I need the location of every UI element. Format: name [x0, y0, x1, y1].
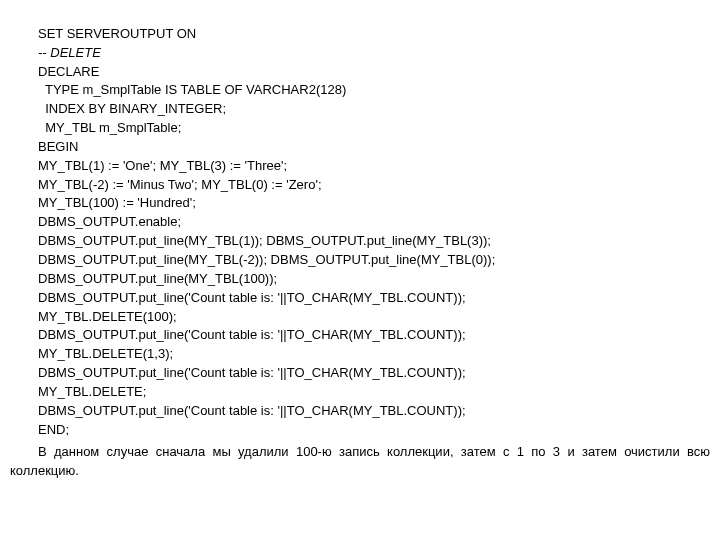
code-line: DBMS_OUTPUT.put_line('Count table is: '|… — [38, 403, 466, 418]
explanation-paragraph: В данном случае сначала мы удалили 100-ю… — [10, 443, 710, 481]
code-line: DECLARE — [38, 64, 99, 79]
code-line: MY_TBL m_SmplTable; — [38, 120, 181, 135]
code-line-comment: -- DELETE — [38, 45, 101, 60]
code-line: TYPE m_SmplTable IS TABLE OF VARCHAR2(12… — [38, 82, 346, 97]
code-line: MY_TBL(-2) := 'Minus Two'; MY_TBL(0) := … — [38, 177, 322, 192]
document-page: SET SERVEROUTPUT ON -- DELETE DECLARE TY… — [0, 0, 720, 487]
code-line: MY_TBL.DELETE; — [38, 384, 146, 399]
paragraph-text: В данном случае сначала мы удалили 100-ю… — [10, 443, 710, 481]
code-line: SET SERVEROUTPUT ON — [38, 26, 196, 41]
code-block: SET SERVEROUTPUT ON -- DELETE DECLARE TY… — [38, 6, 710, 439]
code-line: MY_TBL(100) := 'Hundred'; — [38, 195, 196, 210]
code-line: DBMS_OUTPUT.put_line('Count table is: '|… — [38, 365, 466, 380]
code-line: DBMS_OUTPUT.put_line(MY_TBL(-2)); DBMS_O… — [38, 252, 495, 267]
code-line: MY_TBL.DELETE(100); — [38, 309, 177, 324]
code-line: DBMS_OUTPUT.put_line(MY_TBL(1)); DBMS_OU… — [38, 233, 491, 248]
code-line: DBMS_OUTPUT.enable; — [38, 214, 181, 229]
code-line: INDEX BY BINARY_INTEGER; — [38, 101, 226, 116]
code-line: BEGIN — [38, 139, 78, 154]
code-line: DBMS_OUTPUT.put_line(MY_TBL(100)); — [38, 271, 277, 286]
code-line: MY_TBL(1) := 'One'; MY_TBL(3) := 'Three'… — [38, 158, 287, 173]
code-line: DBMS_OUTPUT.put_line('Count table is: '|… — [38, 327, 466, 342]
code-line: MY_TBL.DELETE(1,3); — [38, 346, 173, 361]
code-line: END; — [38, 422, 69, 437]
code-line: DBMS_OUTPUT.put_line('Count table is: '|… — [38, 290, 466, 305]
